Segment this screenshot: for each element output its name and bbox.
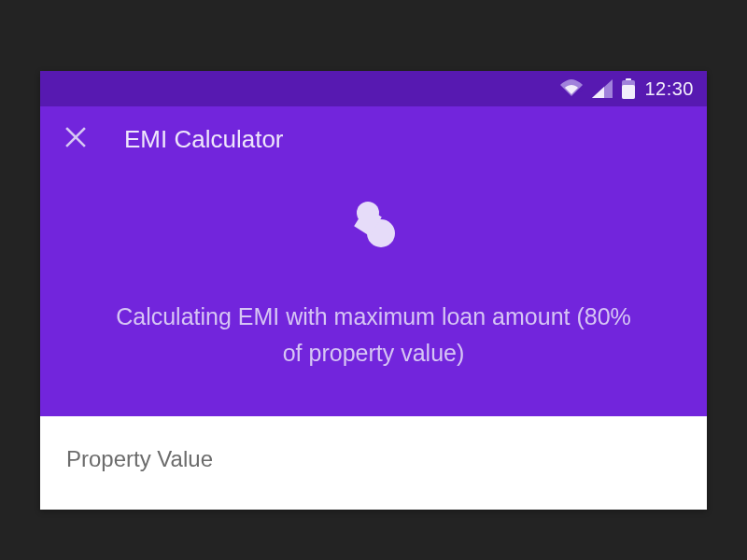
svg-rect-2 [622,85,635,99]
hero-section: Calculating EMI with maximum loan amount… [40,172,707,416]
battery-icon [622,78,635,99]
device-frame: 12:30 EMI Calculator Calculating EMI wit… [40,71,707,510]
loading-spinner-icon [344,198,403,258]
property-value-label: Property Value [66,446,681,472]
status-time: 12:30 [644,78,694,100]
form-section: Property Value [40,416,707,510]
close-button[interactable] [61,124,91,154]
status-bar: 12:30 [40,71,707,106]
page-title: EMI Calculator [124,125,284,154]
close-icon [65,127,86,151]
cellular-icon [592,79,613,98]
app-bar: EMI Calculator [40,106,707,172]
wifi-icon [560,79,583,98]
loading-message: Calculating EMI with maximum loan amount… [112,299,635,371]
